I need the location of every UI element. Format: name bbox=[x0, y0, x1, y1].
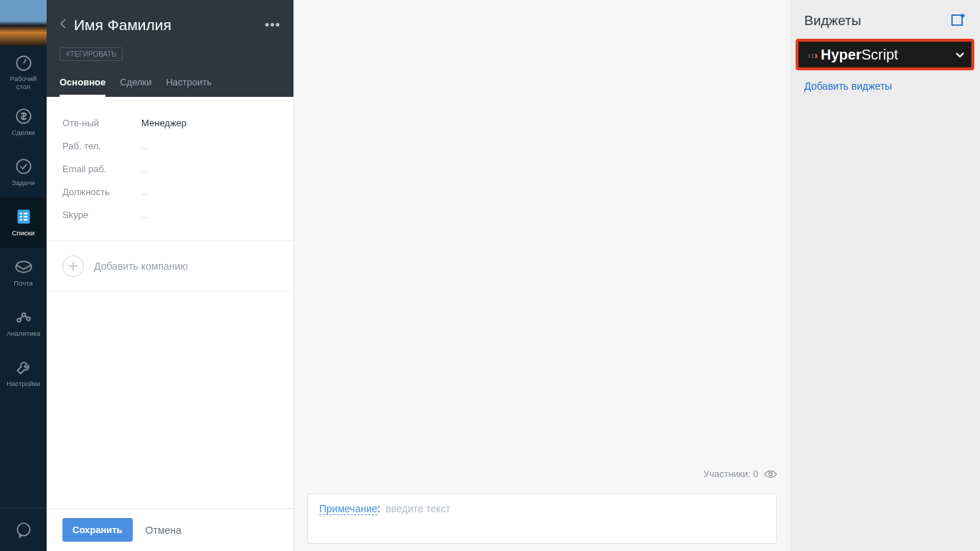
hyperscript-widget[interactable]: ››› HyperScript bbox=[796, 39, 974, 70]
user-avatar[interactable] bbox=[0, 0, 47, 47]
svg-point-15 bbox=[769, 472, 773, 476]
gauge-icon bbox=[14, 53, 33, 72]
field-label: Раб. тел. bbox=[62, 141, 141, 151]
svg-rect-7 bbox=[24, 216, 27, 217]
add-panel-icon bbox=[951, 13, 966, 26]
sidebar-nav: Рабочийстол Сделки Задачи Списки Почта А… bbox=[0, 0, 47, 551]
chevron-down-icon bbox=[956, 52, 964, 58]
note-type-selector[interactable]: Примечание bbox=[319, 503, 377, 515]
add-widgets-link[interactable]: Добавить виджеты bbox=[790, 70, 980, 102]
dollar-icon bbox=[14, 107, 33, 126]
back-button[interactable] bbox=[60, 18, 67, 32]
field-value: ... bbox=[141, 187, 149, 197]
add-company-label: Добавить компанию bbox=[94, 260, 188, 272]
participants-text: Участники: 0 bbox=[703, 468, 758, 479]
nav-settings[interactable]: Настройки bbox=[0, 348, 47, 398]
nav-mail[interactable]: Почта bbox=[0, 248, 47, 298]
nav-label: Сделки bbox=[11, 129, 34, 136]
svg-point-2 bbox=[17, 160, 31, 174]
svg-rect-6 bbox=[19, 216, 22, 217]
svg-rect-4 bbox=[19, 213, 22, 215]
svg-rect-5 bbox=[24, 213, 27, 215]
carets-icon: ››› bbox=[807, 49, 818, 61]
field-work-phone[interactable]: Раб. тел. ... bbox=[62, 134, 278, 157]
svg-rect-16 bbox=[952, 15, 962, 25]
contact-name[interactable]: Имя Фамилия bbox=[74, 17, 265, 34]
analytics-icon bbox=[14, 308, 33, 326]
svg-rect-9 bbox=[24, 220, 27, 221]
nav-lists[interactable]: Списки bbox=[0, 197, 47, 248]
nav-desktop[interactable]: Рабочийстол bbox=[0, 47, 47, 97]
hyperscript-logo: HyperScript bbox=[821, 47, 898, 63]
nav-label: Почта bbox=[14, 280, 32, 287]
plus-icon bbox=[62, 255, 84, 277]
tag-input[interactable]: #ТЕГИРОВАТЬ bbox=[60, 47, 281, 61]
nav-chat[interactable] bbox=[0, 508, 47, 551]
field-value: ... bbox=[141, 164, 149, 174]
nav-deals[interactable]: Сделки bbox=[0, 97, 47, 147]
contact-fields: Отв-ный Менеджер Раб. тел. ... Email раб… bbox=[47, 97, 293, 240]
contact-panel: Имя Фамилия ••• #ТЕГИРОВАТЬ Основное Сде… bbox=[47, 0, 294, 551]
wrench-icon bbox=[14, 358, 33, 377]
tag-placeholder: #ТЕГИРОВАТЬ bbox=[60, 47, 123, 61]
field-skype[interactable]: Skype ... bbox=[62, 203, 278, 226]
nav-label: Аналитика bbox=[6, 330, 40, 337]
nav-label: Настройки bbox=[6, 380, 40, 387]
nav-label: Рабочийстол bbox=[10, 75, 37, 90]
field-value: ... bbox=[141, 209, 149, 220]
tab-main[interactable]: Основное bbox=[60, 70, 105, 97]
field-responsible[interactable]: Отв-ный Менеджер bbox=[62, 111, 278, 134]
panel-tabs: Основное Сделки Настроить bbox=[60, 70, 212, 97]
widgets-title: Виджеты bbox=[804, 13, 861, 29]
nav-label: Списки bbox=[12, 230, 35, 237]
panel-footer: Сохранить Отмена bbox=[47, 508, 293, 551]
save-button[interactable]: Сохранить bbox=[62, 518, 133, 542]
more-button[interactable]: ••• bbox=[265, 18, 281, 33]
widget-expand[interactable] bbox=[956, 48, 964, 61]
widgets-panel: Виджеты ››› HyperScript Добавить виджеты bbox=[790, 0, 980, 551]
mail-icon bbox=[14, 258, 33, 276]
eye-icon bbox=[764, 470, 777, 479]
field-work-email[interactable]: Email раб. ... bbox=[62, 157, 278, 180]
widgets-header: Виджеты bbox=[790, 0, 980, 39]
tab-setup[interactable]: Настроить bbox=[166, 70, 212, 97]
nav-analytics[interactable]: Аналитика bbox=[0, 298, 47, 348]
tab-deals[interactable]: Сделки bbox=[120, 70, 151, 97]
field-value: Менеджер bbox=[141, 118, 187, 128]
field-position[interactable]: Должность ... bbox=[62, 180, 278, 203]
cancel-button[interactable]: Отмена bbox=[146, 524, 182, 536]
note-input[interactable]: Примечание: введите текст bbox=[307, 494, 777, 544]
add-company-button[interactable]: Добавить компанию bbox=[47, 240, 293, 292]
list-icon bbox=[14, 207, 33, 226]
svg-point-0 bbox=[17, 56, 31, 70]
note-placeholder: введите текст bbox=[386, 503, 451, 514]
check-circle-icon bbox=[14, 157, 33, 176]
field-label: Skype bbox=[62, 209, 141, 220]
nav-tasks[interactable]: Задачи bbox=[0, 147, 47, 197]
field-label: Email раб. bbox=[62, 164, 141, 174]
note-colon: : bbox=[377, 503, 383, 514]
svg-rect-8 bbox=[19, 220, 22, 221]
chevron-left-icon bbox=[60, 18, 67, 29]
chat-icon bbox=[14, 521, 33, 540]
panel-header: Имя Фамилия ••• #ТЕГИРОВАТЬ Основное Сде… bbox=[47, 0, 293, 97]
add-widget-button[interactable] bbox=[951, 13, 966, 29]
field-label: Отв-ный bbox=[62, 118, 141, 128]
field-label: Должность bbox=[62, 187, 141, 197]
main-content: Участники: 0 Примечание: введите текст bbox=[294, 0, 790, 551]
nav-label: Задачи bbox=[12, 179, 35, 187]
participants-row[interactable]: Участники: 0 bbox=[703, 468, 777, 479]
field-value: ... bbox=[141, 141, 149, 151]
